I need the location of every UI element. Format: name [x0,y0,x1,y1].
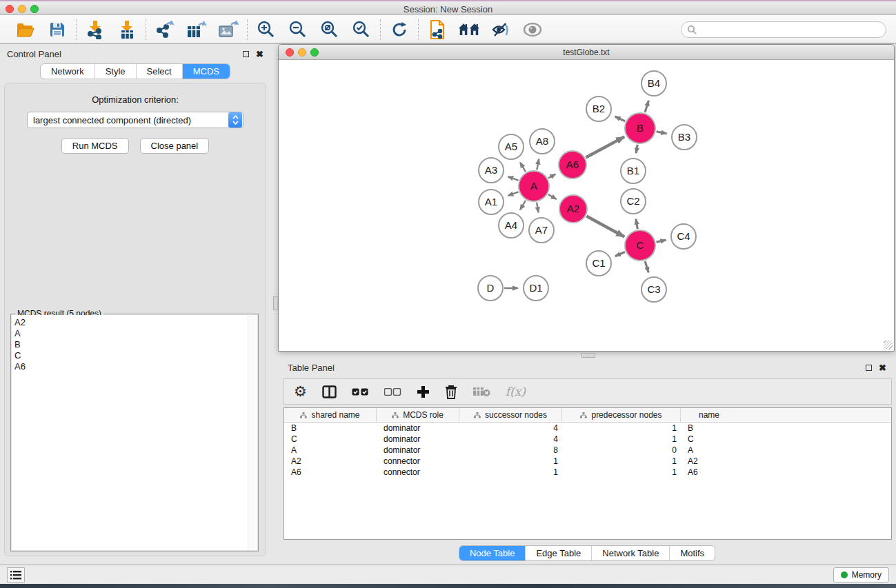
column-header-name[interactable]: name [681,408,737,422]
cell-name[interactable]: C [681,434,737,445]
node-D[interactable]: D [478,276,503,301]
cell-MCDS-role[interactable]: connector [377,467,459,478]
table-row[interactable]: Cdominator41C [284,434,891,445]
edge-B-B2[interactable] [615,116,626,121]
table-row[interactable]: Adominator80A [284,445,891,456]
edge-A-A1[interactable] [508,192,518,196]
cell-shared-name[interactable]: C [284,434,377,445]
edge-A-A2[interactable] [548,194,557,199]
task-history-button[interactable] [7,567,25,582]
network-from-file-icon[interactable] [427,19,448,40]
cell-successor-nodes[interactable]: 4 [459,434,562,445]
cell-MCDS-role[interactable]: dominator [377,434,459,445]
tab-network-table[interactable]: Network Table [592,546,670,560]
cell-MCDS-role[interactable]: dominator [377,423,459,434]
node-D1[interactable]: D1 [524,276,548,301]
tab-node-table[interactable]: Node Table [459,546,526,560]
table-row[interactable]: A6connector11A6 [284,467,891,478]
splitter-handle-horizontal[interactable] [581,353,595,358]
birds-eye-view-icon[interactable] [522,19,543,40]
float-panel-icon[interactable] [243,51,249,57]
result-item[interactable]: B [14,339,257,350]
edge-A-A6[interactable] [548,174,556,179]
cell-name[interactable]: A2 [681,456,737,467]
select-all-columns-icon[interactable] [352,388,369,396]
export-table-icon[interactable] [186,19,207,40]
close-panel-icon[interactable]: ✖ [256,51,263,57]
cell-name[interactable]: B [681,423,737,434]
cell-successor-nodes[interactable]: 1 [459,467,562,478]
mcds-result-list[interactable]: A2ABCA6 [12,315,257,550]
cell-successor-nodes[interactable]: 4 [459,423,562,434]
table-row[interactable]: A2connector11A2 [284,456,891,467]
node-B1[interactable]: B1 [621,159,646,183]
node-B[interactable]: B [625,113,655,143]
edge-A-A3[interactable] [508,176,518,181]
tab-mcds[interactable]: MCDS [183,64,230,79]
node-A2[interactable]: A2 [559,195,587,223]
home-icon[interactable] [459,19,479,40]
show-column-icon[interactable] [322,385,337,398]
node-A7[interactable]: A7 [529,218,554,243]
cell-shared-name[interactable]: A [284,445,377,456]
cell-name[interactable]: A6 [681,467,737,478]
float-table-panel-icon[interactable] [866,365,872,371]
column-header-successor-nodes[interactable]: successor nodes [459,408,562,422]
network-canvas[interactable]: AA6A2BCA5A8A3A1A4A7B2B4B3B1C2C4C1C3DD1 [279,60,894,351]
zoom-in-icon[interactable] [256,19,277,40]
edge-A-A8[interactable] [537,159,539,170]
cell-successor-nodes[interactable]: 1 [459,456,562,467]
edge-C-C1[interactable] [615,252,625,256]
close-table-panel-icon[interactable]: ✖ [879,365,886,371]
cell-name[interactable]: A [681,445,737,456]
node-B4[interactable]: B4 [641,71,666,96]
edge-B-B4[interactable] [645,101,648,112]
cell-shared-name[interactable]: A2 [284,456,377,467]
cell-predecessor-nodes[interactable]: 0 [562,445,681,456]
zoom-fit-icon[interactable] [319,19,340,40]
node-A1[interactable]: A1 [479,190,504,214]
node-A4[interactable]: A4 [499,213,524,238]
column-header-MCDS-role[interactable]: MCDS role [377,408,459,422]
node-A5[interactable]: A5 [499,134,524,159]
run-mcds-button[interactable]: Run MCDS [61,138,129,154]
network-graph[interactable]: AA6A2BCA5A8A3A1A4A7B2B4B3B1C2C4C1C3DD1 [279,60,894,351]
node-C4[interactable]: C4 [671,224,696,249]
edge-C-C2[interactable] [636,219,637,230]
tab-edge-table[interactable]: Edge Table [526,546,592,560]
edge-A-A4[interactable] [520,201,526,210]
function-builder-icon[interactable]: f(x) [506,385,526,398]
memory-button[interactable]: Memory [833,567,889,582]
close-panel-button[interactable]: Close panel [140,138,210,154]
edge-A-A7[interactable] [537,203,539,213]
node-C2[interactable]: C2 [621,189,646,214]
table-header-row[interactable]: shared nameMCDS rolesuccessor nodesprede… [284,408,891,423]
splitter-handle-vertical[interactable] [273,296,278,310]
cell-predecessor-nodes[interactable]: 1 [562,434,681,445]
delete-table-icon[interactable] [472,386,490,397]
tab-network[interactable]: Network [41,64,95,79]
cell-predecessor-nodes[interactable]: 1 [562,456,681,467]
edge-A-A5[interactable] [520,163,526,172]
edge-B-B3[interactable] [657,132,667,134]
export-network-icon[interactable] [155,19,175,40]
edge-A2-C[interactable] [586,216,624,237]
cell-shared-name[interactable]: B [284,423,377,434]
import-table-icon[interactable] [117,19,137,40]
edge-C-C4[interactable] [657,240,666,242]
node-B2[interactable]: B2 [586,97,611,121]
save-session-icon[interactable] [47,19,68,40]
zoom-selected-icon[interactable] [351,19,372,40]
column-header-shared-name[interactable]: shared name [284,408,377,422]
cell-successor-nodes[interactable]: 8 [459,445,562,456]
cell-MCDS-role[interactable]: dominator [377,445,459,456]
node-A6[interactable]: A6 [559,151,586,179]
result-item[interactable]: A2 [14,317,257,328]
search-field[interactable] [681,21,886,38]
result-item[interactable]: A6 [14,361,257,372]
cell-predecessor-nodes[interactable]: 1 [562,467,681,478]
zoom-out-icon[interactable] [288,19,308,40]
export-image-icon[interactable] [218,19,239,40]
add-column-icon[interactable] [417,385,430,398]
table-row[interactable]: Bdominator41B [284,423,891,434]
